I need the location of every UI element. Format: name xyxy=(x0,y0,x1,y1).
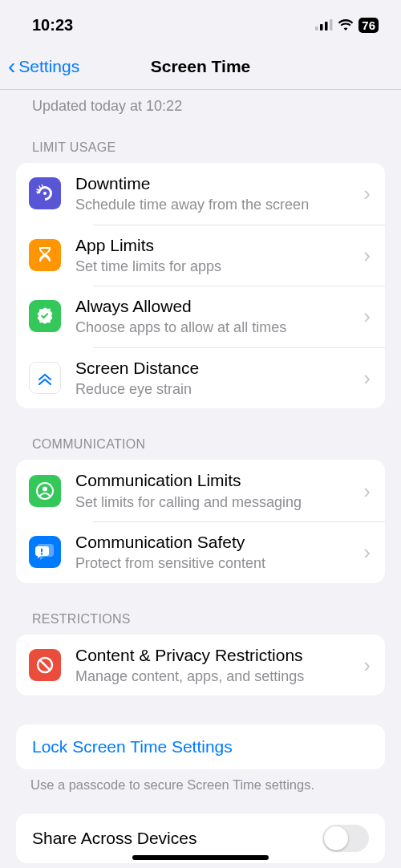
chevron-right-icon: › xyxy=(363,541,371,562)
person-circle-icon xyxy=(29,475,61,507)
status-time: 10:23 xyxy=(32,16,73,34)
home-indicator[interactable] xyxy=(132,855,269,860)
share-toggle[interactable] xyxy=(322,825,369,852)
chevron-right-icon: › xyxy=(363,481,371,501)
bubble-warn-icon xyxy=(29,536,61,568)
list-group-lock: Lock Screen Time Settings xyxy=(16,724,385,769)
check-badge-icon xyxy=(29,300,61,332)
row-sub: Set limits for calling and messaging xyxy=(75,493,357,512)
chevron-right-icon: › xyxy=(363,245,371,266)
wifi-icon xyxy=(338,19,354,30)
svg-point-8 xyxy=(41,554,43,555)
hourglass-icon xyxy=(29,239,61,271)
row-title: Communication Limits xyxy=(75,469,357,491)
status-icons: 76 xyxy=(315,18,379,33)
lock-settings-button[interactable]: Lock Screen Time Settings xyxy=(16,724,385,769)
row-sub: Schedule time away from the screen xyxy=(75,195,357,214)
row-sub: Reduce eye strain xyxy=(75,379,357,399)
chevron-right-icon: › xyxy=(363,183,371,204)
svg-rect-1 xyxy=(320,24,323,30)
svg-rect-2 xyxy=(325,22,328,30)
row-sub: Manage content, apps, and settings xyxy=(75,667,357,686)
updated-label: Updated today at 10:22 xyxy=(0,90,401,115)
chevron-right-icon: › xyxy=(363,367,371,388)
list-group-comm: Communication Limits Set limits for call… xyxy=(16,460,385,582)
section-header-limit: LIMIT USAGE xyxy=(0,115,401,163)
svg-point-6 xyxy=(43,486,47,491)
svg-point-4 xyxy=(43,192,47,195)
row-sub: Set time limits for apps xyxy=(75,257,357,276)
row-title: Screen Distance xyxy=(75,357,357,379)
section-header-restrict: RESTRICTIONS xyxy=(0,583,401,635)
row-title: Always Allowed xyxy=(75,295,357,317)
row-title: Content & Privacy Restrictions xyxy=(75,644,357,666)
svg-rect-0 xyxy=(315,26,318,30)
svg-rect-7 xyxy=(41,549,43,553)
back-button[interactable]: ‹ Settings xyxy=(0,55,79,78)
row-sub: Protect from sensitive content xyxy=(75,554,357,573)
row-downtime[interactable]: Downtime Schedule time away from the scr… xyxy=(16,163,385,225)
cellular-icon xyxy=(315,19,333,30)
back-label: Settings xyxy=(18,57,79,76)
row-title: App Limits xyxy=(75,234,357,256)
svg-rect-3 xyxy=(330,19,333,30)
chevron-right-icon: › xyxy=(363,655,371,675)
distance-icon xyxy=(29,362,61,394)
row-content-privacy[interactable]: Content & Privacy Restrictions Manage co… xyxy=(16,635,385,696)
lock-footer: Use a passcode to secure Screen Time set… xyxy=(0,769,401,793)
row-title: Communication Safety xyxy=(75,531,357,553)
share-label: Share Across Devices xyxy=(32,829,196,848)
chevron-right-icon: › xyxy=(363,306,371,327)
section-header-comm: COMMUNICATION xyxy=(0,408,401,460)
row-title: Downtime xyxy=(75,172,357,194)
row-app-limits[interactable]: App Limits Set time limits for apps › xyxy=(16,225,385,286)
list-group-limit: Downtime Schedule time away from the scr… xyxy=(16,163,385,408)
row-comm-safety[interactable]: Communication Safety Protect from sensit… xyxy=(16,521,385,583)
nav-header: ‹ Settings Screen Time xyxy=(0,43,401,90)
list-group-restrict: Content & Privacy Restrictions Manage co… xyxy=(16,635,385,696)
row-sub: Choose apps to allow at all times xyxy=(75,318,357,337)
status-bar: 10:23 76 xyxy=(0,0,401,43)
row-screen-distance[interactable]: Screen Distance Reduce eye strain › xyxy=(16,347,385,409)
battery-icon: 76 xyxy=(358,18,379,33)
downtime-icon xyxy=(29,177,61,209)
row-always-allowed[interactable]: Always Allowed Choose apps to allow at a… xyxy=(16,286,385,347)
row-comm-limits[interactable]: Communication Limits Set limits for call… xyxy=(16,460,385,521)
chevron-left-icon: ‹ xyxy=(8,55,15,78)
svg-line-10 xyxy=(40,660,50,670)
no-sign-icon xyxy=(29,649,61,681)
